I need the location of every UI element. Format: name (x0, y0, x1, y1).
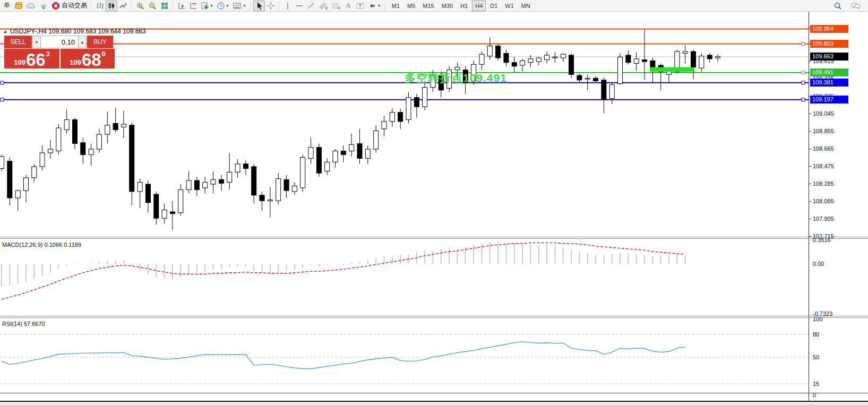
chat-icon[interactable] (849, 1, 863, 11)
price-tick-label: 108.095 (813, 198, 834, 204)
candle (56, 124, 61, 154)
buy-price-base: 109 (70, 58, 81, 66)
buy-button[interactable]: BUY (87, 36, 113, 48)
price-tick (809, 219, 811, 219)
auto-scroll-icon[interactable] (176, 1, 187, 11)
pane-separator[interactable] (0, 317, 868, 318)
candle (406, 92, 411, 123)
macd-pane-canvas[interactable] (0, 238, 809, 316)
new-chart-icon[interactable]: ▼ (199, 1, 215, 11)
candle (683, 45, 687, 64)
template-icon[interactable]: ▼ (231, 1, 248, 11)
new-order-button[interactable]: 单 (1, 1, 13, 11)
price-badge: 109.803 (810, 40, 848, 48)
signal-icon[interactable] (37, 1, 50, 11)
price-badge: 109.381 (810, 79, 848, 87)
main-chart-canvas[interactable] (0, 12, 809, 238)
timeframe-button-h1[interactable]: H1 (457, 1, 471, 11)
zoom-out-icon[interactable] (147, 1, 159, 11)
price-badge: 109.197 (810, 96, 848, 104)
horizontal-line-icon[interactable] (294, 1, 305, 11)
search-icon[interactable] (832, 1, 844, 11)
crosshair-icon[interactable] (265, 1, 277, 11)
market-watch-icon[interactable] (13, 1, 24, 11)
candle (349, 133, 354, 156)
zoom-in-icon[interactable] (134, 1, 147, 11)
pivot-annotation[interactable]: 多空转折点109.491 (405, 71, 507, 85)
svg-text:F: F (338, 6, 340, 10)
lot-size-input[interactable]: 0.10 (41, 36, 78, 48)
timeframe-button-w1[interactable]: W1 (502, 1, 517, 11)
highlight-rectangle[interactable] (650, 67, 694, 72)
candle (81, 138, 85, 164)
vertical-line-icon[interactable] (282, 1, 294, 11)
candle (325, 158, 330, 175)
sell-button[interactable]: SELL (4, 36, 32, 48)
pane-separator[interactable] (0, 237, 868, 237)
candle (634, 53, 639, 71)
periods-icon[interactable]: ▼ (215, 1, 231, 11)
channel-icon[interactable]: E (317, 1, 330, 11)
label-icon[interactable]: T (354, 1, 367, 11)
candle (121, 110, 126, 138)
price-axis[interactable]: 109.985109.805109.615109.425109.235109.0… (809, 12, 868, 401)
cursor-icon[interactable] (253, 1, 265, 11)
tile-windows-icon[interactable] (159, 1, 170, 11)
chart-bars-icon[interactable] (94, 1, 106, 11)
timeframe-button-m5[interactable]: M5 (404, 1, 418, 11)
timeframe-button-d1[interactable]: D1 (487, 1, 501, 11)
timeframe-toolbar: M1M5M15M30H1H4D1W1MN (388, 1, 534, 11)
chart-line-icon[interactable] (117, 1, 129, 11)
chart-shift-icon[interactable] (187, 1, 199, 11)
line-handle[interactable] (802, 42, 805, 46)
price-tick-label: 108.665 (813, 145, 834, 152)
lot-increment-button[interactable]: ▲ (78, 36, 87, 48)
rsi-pane-canvas[interactable] (0, 318, 809, 392)
candle (601, 77, 606, 114)
candle (227, 153, 232, 189)
trendline-icon[interactable] (305, 1, 317, 11)
candle (15, 189, 20, 211)
toolbar-separator (279, 1, 280, 11)
candle (390, 109, 394, 127)
timeframe-button-m15[interactable]: M15 (419, 1, 437, 11)
buy-quote-tile[interactable]: 109 68 0 (61, 49, 115, 68)
fibonacci-icon[interactable]: F (330, 1, 342, 11)
line-handle[interactable] (1, 98, 4, 101)
candle (520, 59, 525, 72)
timeframe-button-mn[interactable]: MN (518, 1, 534, 11)
line-handle[interactable] (802, 98, 805, 101)
cloud-icon[interactable] (24, 1, 37, 11)
buy-price-point: 0 (102, 50, 106, 58)
line-handle[interactable] (802, 71, 805, 74)
timeframe-button-m1[interactable]: M1 (389, 1, 403, 11)
price-tick (809, 61, 811, 62)
timeframe-button-m30[interactable]: M30 (439, 1, 456, 11)
candle (203, 177, 208, 193)
collapse-icon[interactable]: ▲ (3, 29, 7, 34)
sell-price-base: 109 (14, 58, 25, 66)
line-handle[interactable] (1, 81, 4, 84)
line-handle[interactable] (802, 81, 805, 84)
rsi-tick-label: 50 (813, 354, 819, 360)
svg-text:E: E (325, 6, 328, 10)
toolbar-separator (250, 1, 251, 11)
price-tick-label: 109.045 (813, 110, 834, 117)
sell-price-pips: 66 (26, 52, 46, 68)
chart-window: 多空转折点109.491 ▲ USDJPY-,H4 109.680 109.68… (0, 12, 868, 401)
candle (137, 179, 142, 209)
arrows-icon[interactable]: ▼ (367, 1, 383, 11)
candle (569, 53, 574, 78)
svg-text:T: T (358, 3, 362, 8)
candle (170, 201, 175, 230)
lot-decrement-button[interactable]: ▼ (32, 36, 41, 48)
pane-separator[interactable] (0, 238, 868, 239)
sell-quote-tile[interactable]: 109 66 3 (4, 49, 61, 68)
autotrading-button[interactable]: 自动交易 (50, 1, 89, 11)
one-click-trade-panel: SELL ▼ 0.10 ▲ BUY 109 66 3 109 68 0 (4, 36, 115, 68)
pane-separator[interactable] (0, 316, 868, 316)
candle (97, 129, 101, 153)
timeframe-button-h4[interactable]: H4 (472, 1, 486, 11)
chart-candles-icon[interactable] (106, 1, 117, 11)
text-icon[interactable]: A (342, 1, 354, 11)
